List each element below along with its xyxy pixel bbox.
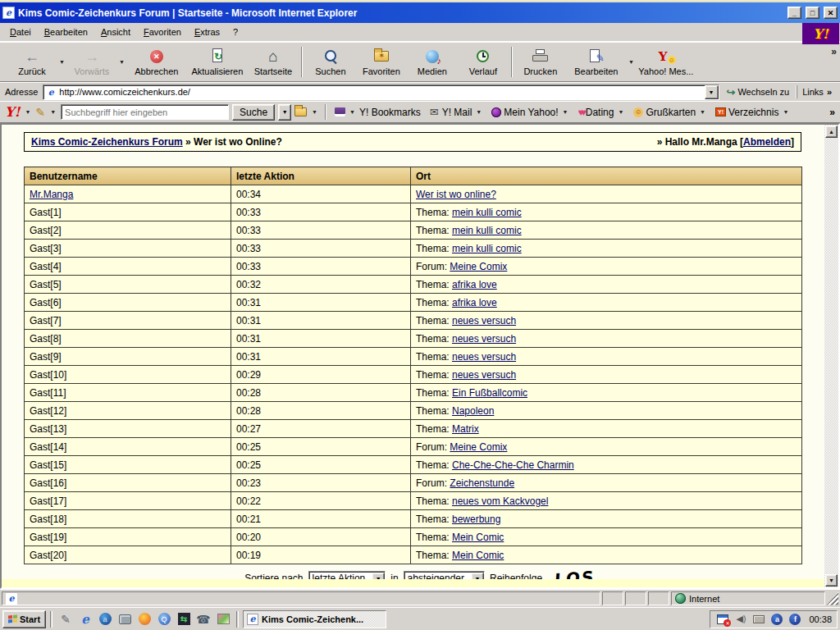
menu-favoriten[interactable]: Favoriten — [137, 25, 188, 39]
topic-link[interactable]: Meine Comix — [450, 261, 507, 272]
media-player-icon[interactable] — [137, 612, 152, 627]
address-field[interactable]: e http://www.comiczeichenkurs.de/ ▼ — [43, 84, 719, 100]
yahoo-folder-icon[interactable] — [294, 107, 307, 116]
maximize-button[interactable]: □ — [806, 7, 819, 19]
history-button[interactable]: Verlauf — [458, 44, 509, 80]
topic-link[interactable]: Mein Comic — [452, 550, 504, 561]
scroll-up-icon[interactable]: ▲ — [825, 126, 838, 138]
topic-link[interactable]: Matrix — [452, 423, 479, 435]
topic-link[interactable]: mein kulli comic — [452, 243, 522, 254]
dating-item[interactable]: ♥♥ Dating ▼ — [576, 107, 628, 118]
topic-link[interactable]: Meine Comix — [450, 441, 507, 453]
topic-link[interactable]: bewerbung — [452, 514, 500, 525]
topic-link[interactable]: Mein Comic — [452, 532, 504, 543]
topic-link[interactable]: neues vom Kackvogel — [452, 495, 548, 507]
menu-bearbeiten[interactable]: Bearbeiten — [38, 25, 94, 39]
volume-icon[interactable] — [733, 612, 748, 627]
addressbar: Adresse e http://www.comiczeichenkurs.de… — [0, 82, 840, 101]
home-button[interactable]: ⌂ Startseite — [248, 44, 299, 80]
topic-link[interactable]: Wer ist wo online? — [416, 189, 496, 200]
location-cell: Thema: mein kulli comic — [411, 221, 802, 240]
winamp-icon[interactable]: ⇆ — [176, 612, 191, 627]
topic-link[interactable]: Che-Che-Che-Che Charmin — [452, 459, 574, 471]
topic-link[interactable]: neues versuch — [452, 351, 516, 363]
scroll-down-icon[interactable]: ▼ — [825, 574, 838, 587]
yahoo-logo-dropdown[interactable]: ▼ — [23, 109, 32, 115]
topic-link[interactable]: neues versuch — [452, 315, 516, 326]
show-desktop-icon[interactable] — [58, 612, 73, 627]
favorites-button[interactable]: ✶ Favoriten — [356, 44, 407, 80]
pencil-icon[interactable]: ✎ — [35, 106, 45, 119]
yahoo-folder-dropdown[interactable]: ▼ — [310, 109, 319, 115]
yahoo-logo-button[interactable]: Y! — [5, 104, 20, 120]
yahoo-bookmarks-item[interactable]: ▼ Y! Bookmarks — [332, 107, 423, 118]
yahoo-search-input[interactable] — [61, 104, 229, 120]
close-button[interactable]: ✕ — [824, 7, 838, 19]
toolbar-overflow-chevron[interactable]: » — [831, 46, 837, 57]
topic-link[interactable]: afrika love — [452, 279, 497, 290]
globe-a-icon[interactable]: a — [98, 612, 112, 627]
minimize-button[interactable]: _ — [788, 7, 801, 19]
logout-link[interactable]: Abmelden — [743, 136, 791, 148]
edit-button[interactable]: ✎ Bearbeiten — [566, 44, 627, 80]
topic-link[interactable]: mein kulli comic — [452, 225, 522, 236]
webtv-icon[interactable] — [117, 612, 132, 627]
refresh-button[interactable]: ↻ Aktualisieren — [187, 44, 248, 80]
user-cell: Gast[16] — [25, 474, 231, 492]
menu-ansicht[interactable]: Ansicht — [94, 25, 137, 39]
yahoo-mail-item[interactable]: ✉ Y! Mail ▼ — [427, 107, 486, 118]
start-button[interactable]: Start — [2, 610, 46, 628]
print-button[interactable]: Drucken — [515, 44, 566, 80]
topic-link[interactable]: neues versuch — [452, 369, 516, 381]
greeting-cards-item[interactable]: ☺ Grußkarten ▼ — [631, 107, 710, 118]
active-task-button[interactable]: e Kims Comic-Zeichenk... — [243, 610, 386, 628]
f-badge-icon[interactable]: f — [788, 612, 802, 627]
links-bar[interactable]: Links » — [797, 85, 837, 98]
pencil-dropdown[interactable]: ▼ — [48, 109, 57, 115]
user-link[interactable]: Mr.Manga — [30, 189, 73, 200]
internet-explorer-icon[interactable] — [78, 612, 93, 627]
dialer-icon[interactable] — [196, 612, 211, 627]
my-yahoo-item[interactable]: Mein Yahoo! ▼ — [489, 107, 572, 118]
user-cell: Gast[19] — [25, 528, 231, 546]
back-dropdown[interactable]: ▼ — [57, 59, 66, 65]
yahoo-overflow-chevron[interactable]: » — [829, 107, 835, 118]
search-button[interactable]: Suchen — [305, 44, 356, 80]
media-button[interactable]: Medien — [407, 44, 458, 80]
topic-link[interactable]: mein kulli comic — [452, 207, 522, 218]
forum-home-link[interactable]: Kims Comic-Zeichenkurs Forum — [31, 136, 183, 148]
keyboard-icon[interactable] — [751, 612, 766, 627]
messenger-button[interactable]: Y☺ Yahoo! Mes... — [636, 44, 696, 80]
yahoo-search-button[interactable]: Suche — [232, 104, 275, 121]
stop-button[interactable]: ✕ Abbrechen — [126, 44, 187, 80]
forward-arrow-icon: → — [84, 49, 99, 64]
directory-item[interactable]: Y! Verzeichnis ▼ — [713, 107, 792, 118]
topic-link[interactable]: Zeichenstunde — [450, 477, 514, 489]
imaging-icon[interactable] — [216, 612, 231, 627]
go-button[interactable]: ↪ Wechseln zu — [723, 84, 794, 100]
menu-hilfe[interactable]: ? — [226, 25, 244, 39]
edit-dropdown[interactable]: ▼ — [627, 59, 636, 65]
quicktime-icon[interactable]: Q — [157, 612, 171, 627]
resize-grip[interactable] — [827, 592, 838, 605]
user-cell: Gast[1] — [25, 203, 231, 221]
a-badge-icon[interactable]: a — [769, 612, 784, 627]
toolbar-separator — [301, 47, 303, 77]
topic-link[interactable]: Napoleon — [452, 405, 494, 417]
stop-icon: ✕ — [150, 50, 163, 63]
vertical-scrollbar[interactable]: ▲ ▼ — [824, 125, 838, 587]
time-cell: 00:33 — [231, 221, 411, 240]
menu-datei[interactable]: Datei — [3, 25, 38, 39]
forward-button[interactable]: → Vorwärts — [66, 44, 117, 80]
directory-icon: Y! — [715, 107, 726, 116]
yahoo-search-dropdown[interactable]: ▼ — [278, 104, 291, 121]
offline-icon[interactable] — [715, 612, 730, 627]
location-cell: Thema: afrika love — [411, 276, 802, 294]
back-button[interactable]: ← Zurück — [7, 44, 57, 80]
topic-link[interactable]: afrika love — [452, 297, 497, 308]
address-dropdown[interactable]: ▼ — [705, 85, 719, 99]
menu-extras[interactable]: Extras — [188, 25, 226, 39]
forward-dropdown[interactable]: ▼ — [117, 59, 126, 65]
topic-link[interactable]: Ein Fußballcomic — [452, 387, 527, 399]
topic-link[interactable]: neues versuch — [452, 333, 516, 345]
